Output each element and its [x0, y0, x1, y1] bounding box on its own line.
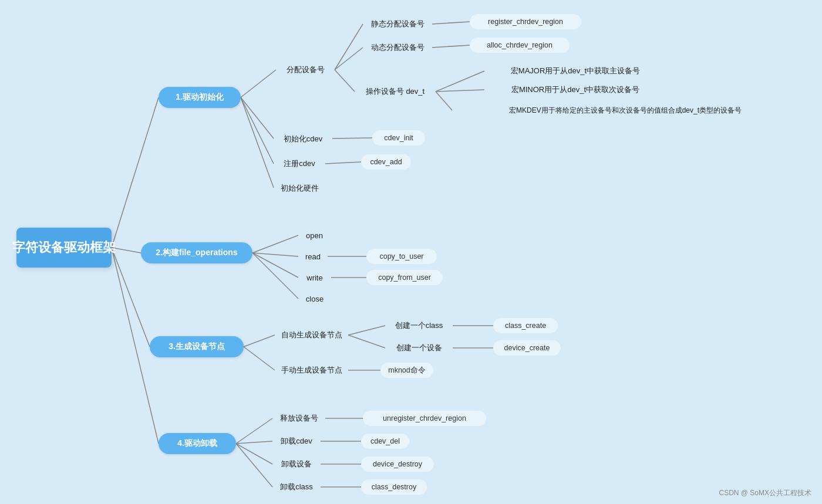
node-class-destroy: class_destroy [361, 479, 427, 495]
svg-line-27 [348, 335, 385, 348]
node-unreg-chrdev: unregister_chrdev_region [363, 411, 486, 426]
level1-init: 1.驱动初始化 [159, 87, 241, 108]
node-close: close [298, 291, 331, 306]
node-register-chrdev: register_chrdev_region [470, 14, 581, 29]
svg-line-15 [436, 92, 452, 110]
svg-line-16 [332, 138, 372, 138]
svg-line-25 [244, 347, 275, 370]
node-macro-major: 宏MAJOR用于从dev_t中获取主设备号 [484, 63, 666, 79]
svg-line-33 [236, 444, 272, 464]
root-node: 字符设备驱动框架 [16, 228, 112, 268]
node-release-devnum: 释放设备号 [272, 411, 325, 426]
svg-line-20 [252, 253, 298, 278]
level1-unload: 4.驱动卸载 [159, 433, 236, 454]
node-manual-gen: 手动生成设备节点 [275, 363, 348, 378]
svg-line-34 [236, 444, 272, 487]
watermark: CSDN @ SoMX公共工程技术 [719, 488, 811, 498]
svg-line-24 [244, 335, 275, 347]
svg-line-21 [252, 253, 298, 299]
node-create-device: 创建一个设备 [385, 340, 453, 356]
node-dynamic-alloc: 动态分配设备号 [363, 40, 432, 55]
svg-line-9 [335, 48, 363, 70]
svg-line-2 [112, 248, 150, 347]
node-read: read [298, 249, 328, 264]
svg-line-7 [241, 97, 274, 188]
level1-device-node: 3.生成设备节点 [150, 336, 244, 357]
svg-line-11 [432, 22, 470, 24]
svg-line-12 [432, 45, 470, 48]
svg-line-5 [241, 97, 274, 138]
svg-line-26 [348, 326, 385, 335]
node-unload-device: 卸载设备 [272, 456, 321, 472]
node-create-class: 创建一个class [385, 318, 453, 333]
svg-line-32 [236, 441, 272, 444]
svg-line-17 [325, 162, 361, 164]
node-unload-class: 卸载class [272, 479, 321, 495]
level1-file-ops: 2.构建file_operations [141, 242, 252, 263]
node-reg-cdev: 注册cdev [274, 155, 325, 172]
node-macro-minor: 宏MINOR用于从dev_t中获取次设备号 [484, 82, 666, 97]
svg-line-1 [112, 248, 141, 253]
svg-line-14 [436, 90, 484, 92]
svg-line-8 [335, 24, 363, 70]
node-init-cdev: 初始化cdev [274, 131, 332, 147]
mindmap-container: 字符设备驱动框架 1.驱动初始化 2.构建file_operations 3.生… [0, 0, 822, 504]
node-copy-to-user: copy_to_user [366, 249, 437, 264]
node-copy-from-user: copy_from_user [366, 270, 443, 285]
node-device-create: device_create [493, 340, 561, 356]
node-auto-gen: 自动生成设备节点 [275, 327, 348, 343]
svg-line-19 [252, 253, 298, 256]
node-cdev-add: cdev_add [361, 154, 411, 170]
svg-line-18 [252, 235, 298, 253]
node-init-hw: 初始化硬件 [274, 180, 325, 197]
node-device-destroy: device_destroy [361, 456, 434, 472]
node-write: write [298, 270, 331, 285]
svg-line-0 [112, 97, 159, 248]
node-cdev-del: cdev_del [361, 434, 409, 449]
node-static-alloc: 静态分配设备号 [363, 16, 432, 32]
node-class-create: class_create [493, 318, 558, 333]
svg-line-4 [241, 70, 276, 97]
node-open: open [298, 228, 331, 243]
node-unload-cdev: 卸载cdev [272, 434, 321, 449]
node-mknod: mknod命令 [380, 363, 433, 378]
svg-line-10 [335, 70, 355, 92]
node-macro-mkdev: 宏MKDEV用于将给定的主设备号和次设备号的值组合成dev_t类型的设备号 [452, 103, 799, 118]
node-op-devt: 操作设备号 dev_t [355, 84, 436, 99]
svg-line-13 [436, 71, 484, 92]
svg-line-6 [241, 97, 274, 164]
node-cdev-init: cdev_init [372, 130, 425, 146]
svg-line-31 [236, 418, 272, 444]
node-alloc-devnum: 分配设备号 [276, 62, 335, 78]
node-alloc-chrdev: alloc_chrdev_region [470, 38, 570, 53]
